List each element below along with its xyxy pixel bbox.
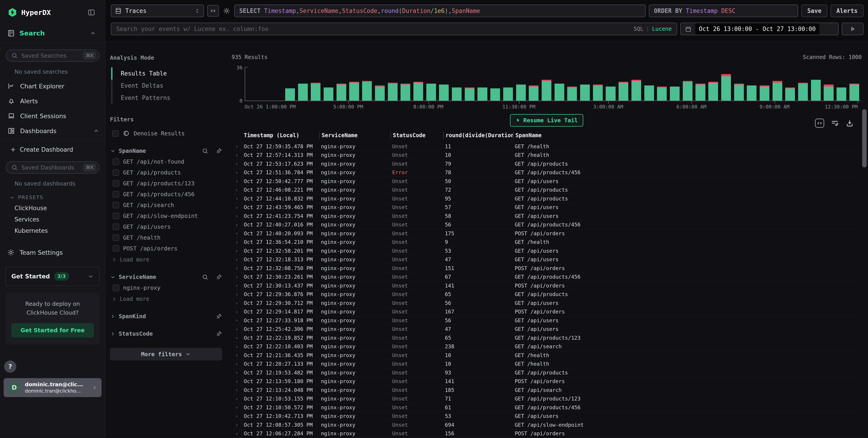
expand-row-icon[interactable]: › [231, 246, 242, 255]
download-icon[interactable] [845, 119, 854, 128]
table-row[interactable]: ›Oct 27 12:32:18.313 PMnginx-proxyUnset4… [231, 256, 862, 264]
histogram-bar[interactable] [425, 83, 438, 101]
saved-dashboards-input[interactable]: Saved Dashboards ⌘K [6, 161, 99, 174]
filter-option[interactable]: GET /health [113, 234, 222, 241]
histogram-bar[interactable] [591, 85, 604, 101]
filter-option[interactable]: GET /api/not-found [113, 159, 222, 165]
expand-row-icon[interactable]: › [231, 194, 242, 203]
histogram-bar[interactable] [707, 82, 720, 101]
table-row[interactable]: ›Oct 27 12:32:58.201 PMnginx-proxyUnset5… [231, 246, 862, 256]
expand-row-icon[interactable]: › [231, 168, 242, 177]
table-row[interactable]: ›Oct 27 12:43:59.465 PMnginx-proxyUnset5… [231, 203, 862, 212]
table-row[interactable]: ›Oct 27 12:41:23.754 PMnginx-proxyUnset5… [231, 212, 862, 221]
save-button[interactable]: Save [801, 4, 827, 17]
expand-row-icon[interactable]: › [231, 420, 242, 429]
source-select[interactable]: Traces [111, 4, 204, 17]
table-row[interactable]: ›Oct 27 12:44:10.832 PMnginx-proxyUnset9… [231, 194, 862, 203]
histogram-bar[interactable] [835, 88, 848, 101]
checkbox[interactable] [113, 213, 119, 219]
histogram-bar[interactable] [566, 87, 579, 101]
resume-live-tail-button[interactable]: Resume Live Tail [510, 114, 583, 127]
histogram-bar[interactable] [322, 88, 335, 101]
create-dashboard-button[interactable]: + Create Dashboard [0, 140, 105, 155]
table-row[interactable]: ›Oct 27 12:22:19.852 PMnginx-proxyUnset6… [231, 334, 862, 342]
checkbox[interactable] [112, 130, 119, 137]
pin-icon[interactable] [216, 313, 222, 319]
vertical-scrollbar[interactable] [862, 109, 867, 167]
expand-row-icon[interactable]: › [231, 316, 242, 325]
checkbox[interactable] [113, 169, 119, 176]
sidebar-item-chart-explorer[interactable]: Chart Explorer [0, 79, 105, 94]
histogram-bar[interactable] [515, 85, 527, 101]
expand-row-icon[interactable]: › [231, 429, 242, 438]
expand-row-icon[interactable]: › [231, 351, 242, 360]
presets-toggle[interactable]: PRESETS [0, 188, 105, 200]
column-header-spanname[interactable]: SpanName [513, 132, 862, 139]
histogram-bar[interactable] [745, 86, 758, 101]
histogram-bar[interactable] [489, 88, 502, 101]
sidebar-item-kubernetes[interactable]: Kubernetes [0, 223, 105, 234]
query-settings-gear-icon[interactable] [222, 7, 231, 14]
wrap-lines-icon[interactable] [831, 119, 839, 128]
table-row[interactable]: ›Oct 27 12:27:33.918 PMnginx-proxyUnset5… [231, 316, 862, 325]
histogram-bar[interactable] [450, 88, 463, 101]
filter-option[interactable]: nginx-proxy [113, 284, 222, 291]
expand-row-icon[interactable]: › [231, 360, 242, 368]
code-view-button[interactable] [207, 5, 219, 17]
filter-option[interactable]: POST /api/orders [113, 245, 222, 252]
histogram-bar[interactable] [758, 86, 771, 101]
search-input[interactable]: Search your events w/ Lucene ex. column:… [111, 23, 677, 35]
table-row[interactable]: ›Oct 27 12:29:14.817 PMnginx-proxyUnset1… [231, 308, 862, 316]
histogram-bar[interactable] [604, 87, 617, 101]
table-row[interactable]: ›Oct 27 12:29:36.876 PMnginx-proxyUnset6… [231, 290, 862, 299]
table-row[interactable]: ›Oct 27 12:13:24.048 PMnginx-proxyUnset1… [231, 386, 862, 395]
analysis-mode-event-patterns[interactable]: Event Patterns [111, 92, 222, 104]
histogram-bar[interactable] [297, 83, 309, 101]
expand-row-icon[interactable]: › [231, 229, 242, 238]
table-row[interactable]: ›Oct 27 12:08:57.305 PMnginx-proxyUnset6… [231, 420, 862, 429]
pin-icon[interactable] [216, 274, 222, 280]
table-row[interactable]: ›Oct 27 12:19:53.482 PMnginx-proxyUnset9… [231, 368, 862, 377]
histogram-bar[interactable] [284, 88, 297, 101]
filter-option[interactable]: GET /api/products/123 [113, 180, 222, 187]
table-row[interactable]: ›Oct 27 12:06:27.284 PMnginx-proxyUnset1… [231, 429, 862, 438]
sidebar-collapse-icon[interactable] [88, 9, 95, 16]
expand-row-icon[interactable]: › [231, 273, 242, 281]
pin-icon[interactable] [216, 331, 222, 337]
load-more[interactable]: Load more [111, 296, 222, 302]
search-icon[interactable] [202, 148, 208, 154]
checkbox[interactable] [113, 191, 119, 198]
expand-row-icon[interactable]: › [231, 342, 242, 351]
sidebar-item-services[interactable]: Services [0, 211, 105, 223]
load-more[interactable]: Load more [111, 257, 222, 263]
checkbox[interactable] [113, 245, 119, 252]
table-row[interactable]: ›Oct 27 12:32:08.750 PMnginx-proxyUnset1… [231, 264, 862, 273]
expand-row-icon[interactable]: › [231, 142, 242, 151]
table-row[interactable]: ›Oct 27 12:10:42.713 PMnginx-proxyUnset5… [231, 412, 862, 421]
table-row[interactable]: ›Oct 27 12:10:50.572 PMnginx-proxyUnset6… [231, 403, 862, 412]
get-started-free-button[interactable]: Get Started for Free [11, 323, 94, 337]
chevron-up-icon[interactable] [90, 30, 96, 36]
checkbox[interactable] [113, 180, 119, 187]
table-row[interactable]: ›Oct 27 12:21:36.435 PMnginx-proxyUnset1… [231, 351, 862, 360]
checkbox[interactable] [113, 234, 119, 241]
expand-row-icon[interactable]: › [231, 299, 242, 307]
filter-option[interactable]: GET /api/users [113, 224, 222, 230]
checkbox[interactable] [113, 202, 119, 208]
help-button[interactable]: ? [4, 361, 16, 373]
histogram-bar[interactable] [579, 85, 591, 101]
expand-row-icon[interactable]: › [231, 334, 242, 342]
histogram-bar[interactable] [502, 88, 515, 101]
expand-row-icon[interactable]: › [231, 203, 242, 212]
table-row[interactable]: ›Oct 27 12:40:20.093 PMnginx-proxyUnset1… [231, 229, 862, 238]
table-row[interactable]: ›Oct 27 12:59:35.478 PMnginx-proxyUnset1… [231, 142, 862, 151]
analysis-mode-event-deltas[interactable]: Event Deltas [111, 79, 222, 92]
table-row[interactable]: ›Oct 27 12:50:42.777 PMnginx-proxyUnset5… [231, 177, 862, 186]
histogram-bar[interactable] [361, 81, 373, 101]
alerts-button[interactable]: Alerts [831, 4, 864, 17]
order-by-input[interactable]: ORDER BY Timestamp DESC [649, 4, 798, 17]
table-row[interactable]: ›Oct 27 12:57:14.313 PMnginx-proxyUnset1… [231, 151, 862, 160]
expand-row-icon[interactable]: › [231, 395, 242, 403]
checkbox[interactable] [113, 284, 119, 291]
histogram-bar[interactable] [733, 83, 745, 101]
